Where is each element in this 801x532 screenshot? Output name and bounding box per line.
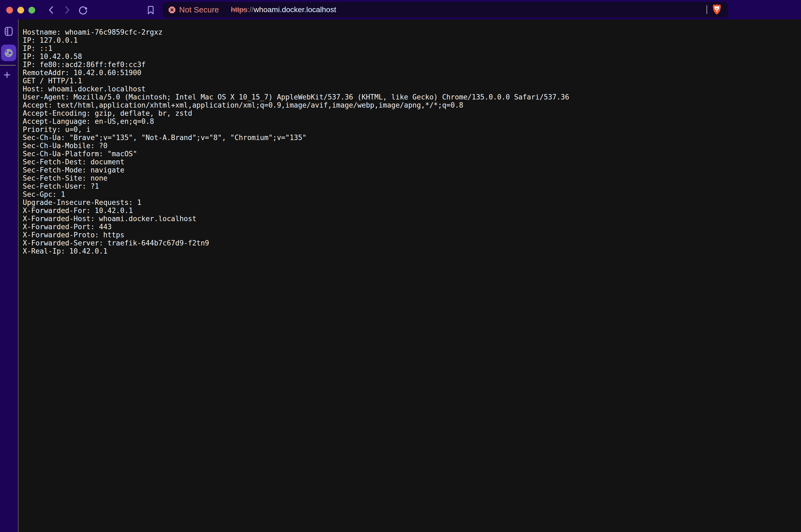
sidebar-panel-icon xyxy=(5,27,13,36)
sidebar-toggle-button[interactable] xyxy=(5,27,13,36)
vertical-tabs-sidebar xyxy=(0,19,18,532)
page-viewport: Hostname: whoami-76c9859cfc-2rgxz IP: 12… xyxy=(19,19,801,532)
window-controls xyxy=(6,7,35,14)
url-bar[interactable]: Not Secure https://whoami.docker.localho… xyxy=(163,2,728,18)
bookmark-icon xyxy=(147,5,156,15)
reload-button[interactable] xyxy=(78,5,87,15)
browser-toolbar: Not Secure https://whoami.docker.localho… xyxy=(0,0,801,19)
chevron-left-icon xyxy=(47,5,56,15)
new-tab-button[interactable] xyxy=(1,69,13,80)
whoami-response-body: Hostname: whoami-76c9859cfc-2rgxz IP: 12… xyxy=(19,19,801,255)
globe-favicon-icon xyxy=(4,48,14,58)
bookmark-button[interactable] xyxy=(147,5,156,15)
url-text[interactable]: https://whoami.docker.localhost xyxy=(231,5,336,14)
zoom-window-button[interactable] xyxy=(29,7,35,14)
tab-whoami-active[interactable] xyxy=(1,44,16,61)
minimize-window-button[interactable] xyxy=(17,7,24,14)
forward-button[interactable] xyxy=(62,5,71,15)
chevron-right-icon xyxy=(62,5,71,15)
urlbar-divider xyxy=(707,5,707,14)
security-badge-label: Not Secure xyxy=(179,5,219,14)
close-window-button[interactable] xyxy=(6,7,13,14)
octagon-x-icon xyxy=(168,6,176,14)
brave-shields-button[interactable] xyxy=(711,3,722,16)
reload-icon xyxy=(78,5,87,15)
url-separator: :// xyxy=(247,5,254,14)
url-scheme: https xyxy=(231,5,247,14)
brave-lion-icon xyxy=(711,3,722,16)
back-button[interactable] xyxy=(47,5,56,15)
plus-icon xyxy=(4,72,10,78)
tab-separator xyxy=(0,65,16,66)
url-host: whoami.docker.localhost xyxy=(254,5,336,14)
security-badge[interactable]: Not Secure xyxy=(168,5,219,14)
